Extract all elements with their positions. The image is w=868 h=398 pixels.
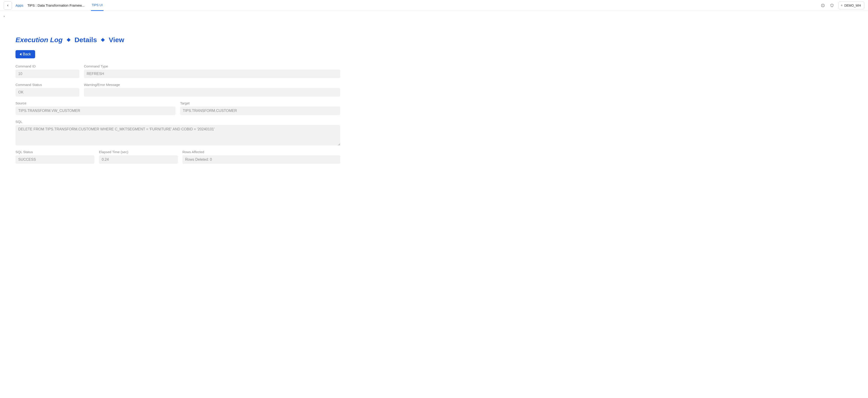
tab-tips-ui[interactable]: TiPS UI — [91, 0, 104, 11]
sql-label: SQL — [16, 120, 340, 124]
warning-error-label: Warning/Error Message — [84, 83, 340, 87]
app-title: TiPS : Data Transformation Framew... — [27, 3, 84, 7]
warning-error-field — [84, 88, 340, 97]
sql-status-field — [16, 155, 94, 164]
command-id-label: Command ID — [16, 64, 79, 68]
rows-affected-label: Rows Affected — [182, 150, 340, 154]
elapsed-time-field — [99, 155, 178, 164]
target-field — [180, 106, 340, 115]
info-icon — [821, 3, 825, 7]
sql-field — [16, 125, 340, 146]
target-label: Target — [180, 101, 340, 105]
chevron-right-icon — [3, 15, 5, 18]
diamond-icon — [101, 38, 105, 42]
title-seg-3: View — [109, 36, 124, 44]
command-type-label: Command Type — [84, 64, 340, 68]
command-status-label: Command Status — [16, 83, 79, 87]
shield-button[interactable] — [828, 2, 836, 9]
title-seg-2: Details — [74, 36, 97, 44]
triangle-left-icon — [20, 53, 22, 56]
command-status-field — [16, 88, 79, 97]
sidebar-expand-button[interactable] — [2, 14, 6, 19]
source-label: Source — [16, 101, 176, 105]
apps-link[interactable]: Apps — [16, 3, 23, 7]
elapsed-time-label: Elapsed Time (sec) — [99, 150, 178, 154]
sql-status-label: SQL Status — [16, 150, 94, 154]
shield-icon — [830, 3, 834, 7]
back-button-label: Back — [23, 52, 31, 56]
status-dot-icon — [841, 5, 842, 6]
topbar: Apps TiPS : Data Transformation Framew..… — [0, 0, 868, 11]
page-title: Execution Log Details View — [16, 36, 340, 44]
main-content: Execution Log Details View Back Command … — [0, 11, 356, 173]
nav-back-button[interactable] — [4, 1, 12, 9]
warehouse-label: DEMO_WH — [844, 4, 861, 7]
source-field — [16, 106, 176, 115]
chevron-left-icon — [6, 4, 9, 7]
rows-affected-field — [182, 155, 340, 164]
command-id-field — [16, 69, 79, 78]
title-seg-1: Execution Log — [16, 36, 63, 44]
back-button[interactable]: Back — [16, 50, 35, 58]
warehouse-selector[interactable]: DEMO_WH — [838, 2, 864, 9]
info-button[interactable] — [819, 2, 827, 9]
diamond-icon — [67, 38, 70, 42]
command-type-field — [84, 69, 340, 78]
